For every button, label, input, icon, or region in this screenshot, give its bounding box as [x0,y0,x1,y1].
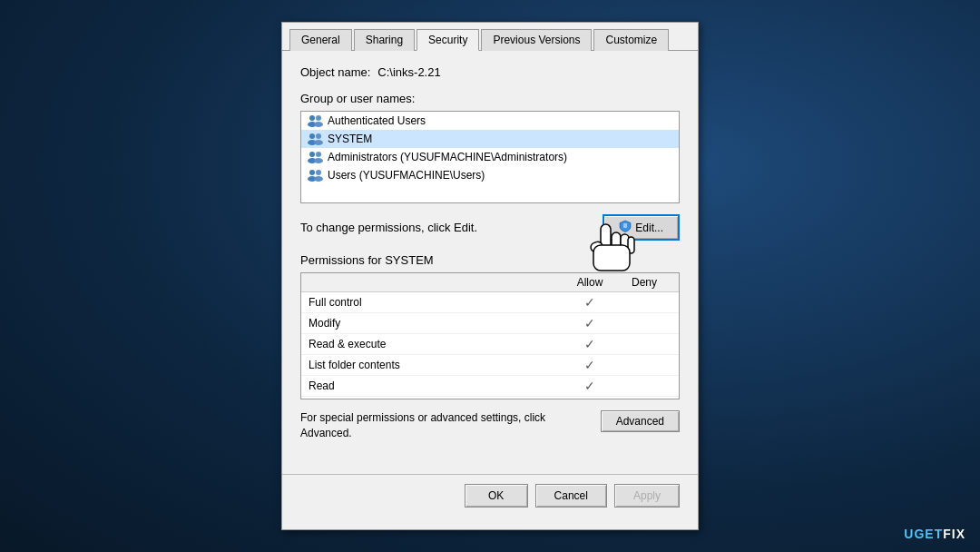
list-item[interactable]: Administrators (YUSUFMACHINE\Administrat… [301,148,679,166]
watermark: UGETFIX [904,527,965,541]
apply-button[interactable]: Apply [614,484,680,508]
svg-point-19 [314,176,323,182]
list-item[interactable]: Authenticated Users [301,112,679,130]
tab-previous-versions[interactable]: Previous Versions [481,29,592,51]
svg-point-14 [314,158,323,163]
perm-allow-check: ✓ [563,337,617,351]
svg-point-11 [309,152,315,157]
group-name: Users (YUSUFMACHINE\Users) [328,169,485,182]
perm-row-write: Write ✓ [301,397,679,399]
cancel-button[interactable]: Cancel [535,484,607,508]
perm-allow-check: ✓ [563,316,617,330]
perm-name: List folder contents [309,359,563,371]
edit-text: To change permissions, click Edit. [300,221,477,234]
tab-security[interactable]: Security [416,29,479,51]
svg-point-8 [316,133,321,139]
perm-row-read: Read ✓ [301,376,679,397]
group-name: Administrators (YUSUFMACHINE\Administrat… [328,151,567,163]
perm-name: Read [309,380,563,392]
permissions-label: Permissions for SYSTEM [300,253,680,267]
bottom-bar: OK Cancel Apply [282,474,698,517]
perm-allow-check: ✓ [563,295,617,310]
group-section-label: Group or user names: [300,92,680,105]
object-name-label: Object name: [300,65,370,79]
svg-rect-20 [623,223,627,228]
advanced-section: For special permissions or advanced sett… [300,410,680,441]
edit-button-label: Edit... [635,222,663,234]
group-name: SYSTEM [328,133,372,145]
shield-icon [619,220,632,235]
edit-row: To change permissions, click Edit. Edit.… [300,214,680,241]
svg-point-1 [309,115,315,121]
svg-point-13 [316,152,321,157]
svg-point-3 [316,115,321,121]
svg-point-6 [309,133,315,139]
perm-allow-check: ✓ [563,358,617,372]
properties-dialog: General Sharing Security Previous Versio… [281,22,699,530]
watermark-prefix: UGET [904,527,943,541]
watermark-suffix: FIX [943,527,965,541]
perm-name-header [309,276,563,289]
tab-general[interactable]: General [289,29,352,51]
advanced-text: For special permissions or advanced sett… [300,410,592,441]
perm-row-list-folder: List folder contents ✓ [301,355,679,376]
permissions-header: Allow Deny [301,273,679,292]
svg-point-18 [316,170,321,175]
permissions-table: Allow Deny Full control ✓ Modify ✓ Read … [300,272,680,399]
dialog-content: Object name: C:\inks-2.21 Group or user … [282,51,698,474]
svg-point-9 [314,140,323,145]
perm-row-full-control: Full control ✓ [301,292,679,313]
svg-point-4 [314,122,323,127]
ok-button[interactable]: OK [465,484,528,508]
object-name-row: Object name: C:\inks-2.21 [300,65,680,79]
tab-bar: General Sharing Security Previous Versio… [282,23,698,51]
perm-name: Read & execute [309,338,563,350]
group-list[interactable]: Authenticated Users SYSTEM [300,111,680,203]
perm-name: Modify [309,317,563,330]
list-item[interactable]: SYSTEM [301,130,679,148]
perm-allow-check: ✓ [563,379,617,393]
user-icon [307,169,323,182]
perm-row-read-execute: Read & execute ✓ [301,334,679,355]
tab-sharing[interactable]: Sharing [354,29,415,51]
user-icon [307,133,323,145]
object-name-value: C:\inks-2.21 [377,65,440,79]
svg-point-16 [309,170,315,175]
group-name: Authenticated Users [328,114,426,127]
list-item[interactable]: Users (YUSUFMACHINE\Users) [301,166,679,184]
user-icon [307,151,323,163]
advanced-button[interactable]: Advanced [601,410,680,432]
user-icon [307,114,323,127]
perm-row-modify: Modify ✓ [301,313,679,334]
perm-name: Full control [309,296,563,309]
tab-customize[interactable]: Customize [593,29,669,51]
perm-deny-header: Deny [617,276,671,289]
edit-button[interactable]: Edit... [603,214,680,241]
perm-allow-header: Allow [563,276,617,289]
